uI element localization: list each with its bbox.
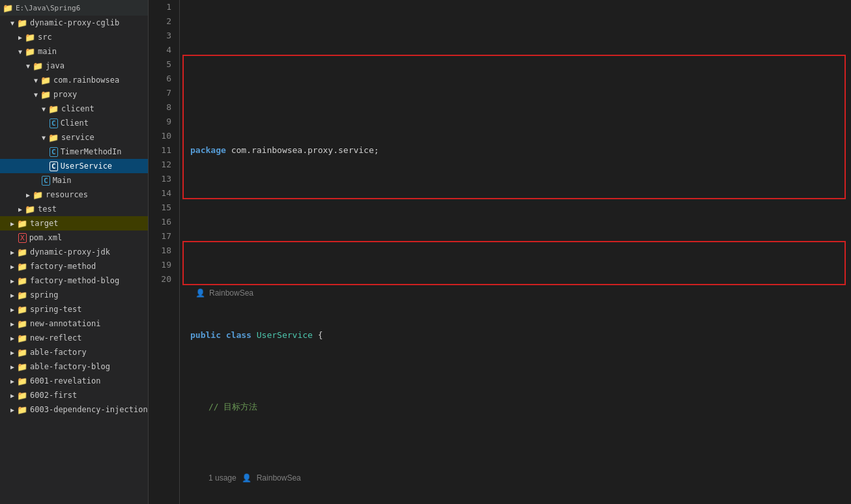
sidebar-item-test[interactable]: 📁 test [0,202,148,216]
sidebar-item-java[interactable]: 📁 java [0,59,148,73]
file-explorer[interactable]: 📁 E:\Java\Spring6 📁 dynamic-proxy-cglib … [0,0,149,504]
class-name: UserService [257,328,313,343]
kw-public: public [190,328,221,343]
comment-1: // 目标方法 [209,400,257,414]
line-numbers: 1 2 3 4 5 6 7 8 9 10 11 12 13 14 15 16 1… [149,0,180,504]
sidebar-item-TimerMethodIn[interactable]: C TimerMethodIn [0,145,148,159]
sidebar-label: TimerMethodIn [61,147,122,156]
expand-icon [18,34,22,41]
sidebar-item-dynamic-proxy-cglib[interactable]: 📁 dynamic-proxy-cglib [0,16,148,30]
expand-icon [34,91,38,98]
sidebar-item-Main[interactable]: C Main [0,173,148,188]
folder-icon: 📁 [25,33,35,42]
line-18: 18 [149,244,171,258]
expand-icon [26,63,30,70]
sidebar-label: java [46,61,65,70]
line-19: 19 [149,258,171,272]
sidebar-label: able-factory [30,348,87,357]
folder-icon: 📁 [17,405,27,415]
sidebar-label: factory-method [30,262,96,271]
sidebar-item-factory-method[interactable]: 📁 factory-method [0,259,148,273]
sidebar-item-spring-test[interactable]: 📁 spring-test [0,302,148,316]
sidebar-item-able-factory-blog[interactable]: 📁 able-factory-blog [0,359,148,374]
expand-icon [18,206,22,213]
line-16: 16 [149,215,171,229]
folder-icon: 📁 [17,247,27,257]
sidebar-label: able-factory-blog [30,362,110,371]
kw-class: class [226,328,252,343]
sidebar-item-6001[interactable]: 📁 6001-revelation [0,374,148,388]
sidebar-item-spring[interactable]: 📁 spring [0,288,148,302]
sidebar-item-src[interactable]: 📁 src [0,30,148,44]
sidebar-label: Main [53,176,72,185]
sidebar-item-factory-method-blog[interactable]: 📁 factory-method-blog [0,273,148,288]
line-2: 2 [149,14,171,29]
sidebar-label: pom.xml [29,233,63,242]
expand-icon [10,349,14,356]
sidebar-label: com.rainbowsea [53,76,119,85]
folder-icon: 📁 [17,18,27,28]
folder-icon: 📁 [17,276,27,286]
sidebar-item-able-factory[interactable]: 📁 able-factory [0,345,148,359]
expand-icon [10,392,14,399]
folder-icon: 📁 [17,362,27,372]
folder-icon: 📁 [17,376,27,386]
author-name: RainbowSea [209,286,253,300]
expand-icon [10,306,14,313]
line-7: 7 [149,86,171,100]
sidebar-label: UserService [61,161,112,171]
sidebar-item-clicent[interactable]: 📁 clicent [0,102,148,116]
annotation-box-logout [182,241,846,285]
sidebar-label: 6003-dependency-injection [30,405,148,414]
folder-icon: 📁 [17,219,27,229]
expand-icon [18,48,22,55]
expand-icon [10,249,14,256]
sidebar-label: dynamic-proxy-jdk [30,247,110,257]
sidebar-item-proxy[interactable]: 📁 proxy [0,87,148,102]
sidebar-item-main[interactable]: 📁 main [0,44,148,59]
folder-icon: 📁 [17,262,27,272]
line-15: 15 [149,201,171,215]
class-icon: C [42,176,50,186]
sidebar-item-target[interactable]: 📁 target [0,216,148,231]
line-4: 4 [149,43,171,57]
line-14: 14 [149,186,171,201]
sidebar-item-new-reflect[interactable]: 📁 new-reflect [0,331,148,345]
code-editor[interactable]: 1 2 3 4 5 6 7 8 9 10 11 12 13 14 15 16 1… [149,0,851,504]
sidebar-label: clicent [61,104,94,113]
author-icon: 👤 [195,286,205,300]
sidebar-label: 6002-first [30,391,77,400]
sidebar-label: new-reflect [30,333,81,343]
sidebar-label: dynamic-proxy-cglib [30,18,119,27]
sidebar-label: resources [46,190,88,199]
code-line-2 [190,215,851,229]
sidebar-label: target [30,219,58,228]
sidebar-item-6003[interactable]: 📁 6003-dependency-injection [0,402,148,417]
sidebar-item-6002[interactable]: 📁 6002-first [0,388,148,402]
line-12: 12 [149,158,171,172]
line-20: 20 [149,272,171,287]
sidebar-label: Client [61,119,89,128]
folder-icon: 📁 [17,333,27,343]
sidebar-item-new-annotationi[interactable]: 📁 new-annotationi [0,316,148,331]
sidebar-item-dynamic-proxy-jdk[interactable]: 📁 dynamic-proxy-jdk [0,245,148,259]
folder-icon: 📁 [25,204,35,214]
class-icon: C [50,161,58,171]
sidebar-item-service[interactable]: 📁 service [0,130,148,145]
usage-author: RainbowSea [257,471,301,485]
sidebar-item-com-rainbowsea[interactable]: 📁 com.rainbowsea [0,73,148,87]
sidebar-item-resources[interactable]: 📁 resources [0,188,148,202]
folder-icon: 📁 [33,61,43,71]
folder-icon: 📁 [33,190,43,200]
project-root[interactable]: 📁 E:\Java\Spring6 [0,0,148,16]
expand-icon [10,378,14,385]
folder-icon: 📁 [17,319,27,329]
sidebar-item-UserService[interactable]: C UserService [0,159,148,173]
folder-icon: 📁 [40,90,51,100]
sidebar-item-Client[interactable]: C Client [0,116,148,130]
expand-icon [42,134,46,141]
code-content[interactable]: package com.rainbowsea.proxy.service; 👤 … [180,0,851,504]
sidebar-item-pom[interactable]: X pom.xml [0,231,148,245]
expand-icon [10,320,14,328]
folder-icon: 📁 [17,305,27,315]
